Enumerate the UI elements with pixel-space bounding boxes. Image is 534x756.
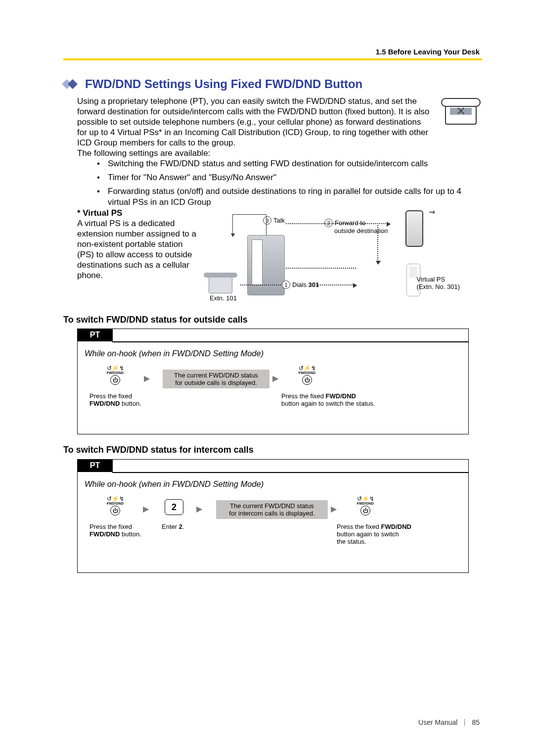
- virtual-ps-text: A virtual PS is a dedicated extension nu…: [77, 218, 201, 281]
- diagram-extn-label: Extn. 101: [210, 294, 237, 302]
- arrow-icon: ▶: [196, 504, 202, 514]
- procedure-outside-box: PT While on-hook (when in FWD/DND Settin…: [77, 329, 469, 434]
- mode-note: While on-hook (when in FWD/DND Setting M…: [85, 349, 264, 358]
- status-display-box: The current FWD/DND status for outside c…: [163, 370, 269, 388]
- mode-note: While on-hook (when in FWD/DND Setting M…: [85, 479, 264, 489]
- bullet-item: Timer for "No Answer" and "Busy/No Answe…: [108, 172, 276, 183]
- page-footer: User Manual 85: [418, 718, 480, 726]
- arrow-icon: ▶: [144, 374, 150, 383]
- bullet-item: Forwarding status (on/off) and outside d…: [108, 186, 475, 208]
- virtual-ps-heading: * Virtual PS: [77, 208, 201, 218]
- virtual-ps-block: * Virtual PS A virtual PS is a dedicated…: [77, 208, 201, 281]
- steps-outside: ↺⚡↯ FWD/DND ⏻ Press the fixed FWD/DND bu…: [85, 363, 461, 434]
- caption-press-fixed: Press the fixed FWD/DND button.: [89, 523, 154, 538]
- bullet-item: Switching the FWD/DND status and setting…: [108, 158, 428, 169]
- bullet-list: •Switching the FWD/DND status and settin…: [97, 158, 475, 211]
- intro-paragraph: Using a proprietary telephone (PT), you …: [77, 96, 430, 158]
- diagram-dials-label: 1Dials 301: [282, 281, 319, 289]
- fwd-dnd-button-icon: ↺⚡↯ FWD/DND ⏻: [104, 496, 126, 516]
- caption-press-fixed: Press the fixed FWD/DND button.: [89, 392, 154, 407]
- pt-badge: PT: [77, 329, 113, 341]
- footer-label: User Manual: [418, 718, 457, 726]
- caption-press-again: Press the fixed FWD/DND button again to …: [337, 523, 445, 545]
- arrow-icon: ▶: [331, 504, 337, 514]
- outside-calls-heading: To switch FWD/DND status for outside cal…: [63, 315, 248, 325]
- page-title: FWD/DND Settings Using Fixed FWD/DND But…: [85, 77, 362, 91]
- diagram-vps-label: Virtual PS(Extn. No. 301): [417, 276, 460, 290]
- pt-badge: PT: [77, 459, 113, 472]
- arrow-icon: ▶: [143, 504, 149, 514]
- status-display-box: The current FWD/DND status for intercom …: [216, 500, 328, 519]
- caption-press-again: Press the fixed FWD/DND button again to …: [281, 392, 410, 407]
- page-number: 85: [472, 718, 480, 726]
- virtual-ps-diagram: 3Talk 2Forward to outside destination ⇝ …: [203, 210, 470, 307]
- steps-intercom: ↺⚡↯ FWD/DND ⏻ Press the fixed FWD/DND bu…: [85, 493, 461, 572]
- fwd-dnd-button-icon: ↺⚡↯ FWD/DND ⏻: [104, 366, 126, 385]
- section-header: 1.5 Before Leaving Your Desk: [376, 47, 480, 56]
- caption-enter-2: Enter 2.: [162, 523, 201, 530]
- fwd-dnd-button-icon: ↺⚡↯ FWD/DND ⏻: [296, 366, 318, 385]
- pbx-icon: [247, 235, 285, 295]
- title-diamonds-icon: [63, 78, 82, 90]
- procedure-intercom-box: PT While on-hook (when in FWD/DND Settin…: [77, 459, 469, 573]
- signal-icon: ⇝: [429, 207, 435, 217]
- title-row: FWD/DND Settings Using Fixed FWD/DND But…: [63, 77, 362, 91]
- key-2: 2: [165, 499, 183, 515]
- arrow-icon: ▶: [272, 374, 278, 383]
- phone-dnd-icon: ✕: [443, 98, 479, 126]
- diagram-talk-label: 3Talk: [263, 216, 285, 225]
- intercom-calls-heading: To switch FWD/DND status for intercom ca…: [63, 445, 254, 455]
- page-accent-rule: [63, 58, 482, 60]
- fwd-dnd-button-icon: ↺⚡↯ FWD/DND ⏻: [355, 496, 376, 516]
- desk-phone-icon: [205, 270, 236, 293]
- cell-phone-icon: [405, 210, 423, 247]
